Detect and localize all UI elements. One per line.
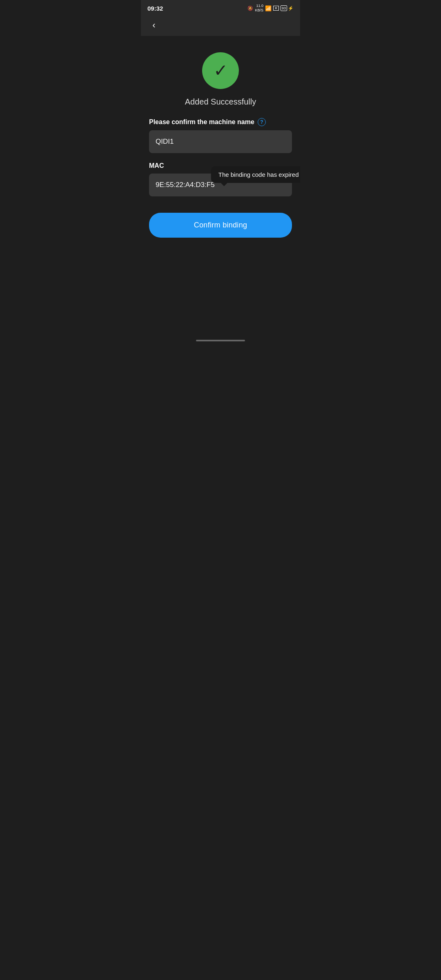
home-indicator bbox=[196, 340, 245, 341]
mute-icon: 🔕 bbox=[247, 6, 253, 11]
checkmark-icon: ✓ bbox=[214, 62, 228, 79]
nav-bar: ‹ bbox=[141, 15, 300, 36]
main-content: ✓ Added Successfully Please confirm the … bbox=[141, 36, 300, 250]
confirm-binding-button[interactable]: Confirm binding bbox=[149, 213, 292, 238]
mac-label: MAC bbox=[149, 162, 292, 169]
status-icons: 🔕 11.0 KB/S 📶 ✕ 93 ⚡ bbox=[247, 4, 294, 13]
success-icon-circle: ✓ bbox=[202, 52, 239, 89]
battery-level: 93 bbox=[282, 6, 286, 10]
status-time: 09:32 bbox=[147, 5, 163, 12]
help-icon[interactable]: ? bbox=[258, 118, 266, 126]
mac-address-input[interactable] bbox=[149, 174, 292, 196]
back-button[interactable]: ‹ bbox=[147, 19, 160, 32]
back-arrow-icon: ‹ bbox=[152, 21, 155, 30]
success-message: Added Successfully bbox=[185, 97, 256, 107]
signal-icon: ✕ bbox=[273, 6, 279, 11]
form-section: Please confirm the machine name ? MAC Th… bbox=[149, 118, 292, 196]
charging-icon: ⚡ bbox=[288, 6, 294, 11]
status-bar: 09:32 🔕 11.0 KB/S 📶 ✕ 93 ⚡ bbox=[141, 0, 300, 15]
mac-input-wrapper: The binding code has expired bbox=[149, 174, 292, 196]
machine-name-label: Please confirm the machine name ? bbox=[149, 118, 292, 126]
machine-name-input[interactable] bbox=[149, 130, 292, 153]
network-speed: 11.0 KB/S bbox=[255, 4, 263, 13]
wifi-icon: 📶 bbox=[265, 5, 272, 11]
battery-indicator: 93 bbox=[281, 5, 287, 11]
machine-name-label-text: Please confirm the machine name bbox=[149, 118, 254, 126]
mac-section: MAC The binding code has expired bbox=[149, 162, 292, 196]
battery-container: 93 ⚡ bbox=[281, 5, 294, 11]
